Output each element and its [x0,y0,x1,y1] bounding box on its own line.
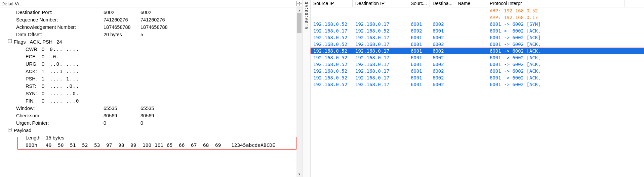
cell-source-port: 6001 [408,61,430,68]
packet-row[interactable]: 192.168.0.52192.168.0.17600160026001 -> … [311,41,644,48]
scroll-thumb[interactable] [297,13,301,33]
detail-spinner[interactable]: ▴▾ [296,1,302,6]
detail-tree[interactable]: Destination Port:60026002 Sequence Numbe… [0,7,296,177]
detail-view-title: Detail Vi... [1,1,296,6]
cell-destination-port: 6002 [430,81,455,88]
field-payload-header[interactable]: −Payload [0,127,296,134]
col-protocol-interpr[interactable]: Protocol Interpr [487,0,625,7]
packet-row[interactable]: 192.168.0.52192.168.0.17600160026001 -> … [311,81,644,88]
cell-protocol: 6001 -> 6002 [ACK, [487,41,625,48]
cell-source-port: 6001 [408,21,430,27]
packet-row[interactable]: ARP: 192.168.0.52 [311,7,644,14]
packet-row[interactable]: 192.168.0.52192.168.0.17600160026001 -> … [311,61,644,68]
cell-destination-ip: 192.168.0.17 [353,61,408,68]
field-window[interactable]: Window:6553565535 [0,105,296,112]
collapse-icon[interactable]: − [8,39,12,43]
spin-up-icon[interactable]: ▴ [297,1,302,4]
cell-source-port: 6001 [408,34,430,41]
cell-source-ip: 192.168.0.52 [311,81,353,88]
field-flags-header[interactable]: −Flags ACK, PSH 24 [0,38,296,46]
packet-row[interactable]: ARP: 192.168.0.17 [311,14,644,21]
flag-syn[interactable]: SYN:0.... ..0. [0,90,296,97]
packet-list-rows[interactable]: ARP: 192.168.0.52ARP: 192.168.0.17192.16… [311,7,644,177]
cell-destination-ip: 192.168.0.17 [353,21,408,27]
cell-source-ip: 192.168.0.52 [311,54,353,61]
cell-destination-port: 6002 [430,41,455,48]
cell-protocol: 6001 -> 6002 [ACK, [487,54,625,61]
field-checksum[interactable]: Checksum:3056930569 [0,112,296,119]
field-destination-port[interactable]: Destination Port:60026002 [0,9,296,16]
cell-source-ip: 192.168.0.52 [311,41,353,48]
timestamp-ruler: 0:00:00:00 [303,0,311,177]
cell-protocol: 6001 -> 6002 [ACK, [487,74,625,81]
cell-source-port: 6001 [408,68,430,74]
detail-view-header: Detail Vi... ▴▾ [0,0,302,7]
packet-row[interactable]: 192.168.0.52192.168.0.17600160026001 -> … [311,34,644,41]
cell-source-ip: 192.168.0.52 [311,48,353,54]
cell-destination-ip: 192.168.0.17 [353,68,408,74]
cell-source-port: 6001 [408,54,430,61]
flag-rst[interactable]: RST:0.... .0.. [0,82,296,90]
cell-destination-port: 6002 [430,34,455,41]
packet-list-header[interactable]: Source IP Destination IP Sourc... Destin… [311,0,644,7]
cell-destination-ip: 192.168.0.17 [353,48,408,54]
cell-protocol: 6001 <- 6002 [ACK, [487,27,625,34]
col-source-ip[interactable]: Source IP [311,0,353,7]
cell-protocol: ARP: 192.168.0.52 [487,7,625,14]
col-destination-port[interactable]: Destina... [430,0,455,7]
cell-source-ip: 192.168.0.17 [311,27,353,34]
col-destination-ip[interactable]: Destination IP [353,0,408,7]
flag-ack[interactable]: ACK:1...1 .... [0,68,296,75]
cell-protocol: ARP: 192.168.0.17 [487,14,625,21]
cell-destination-ip: 192.168.0.17 [353,54,408,61]
cell-protocol: 6001 -> 6002 [ACK, [487,48,625,54]
cell-destination-port: 6002 [430,74,455,81]
cell-source-port: 6001 [408,74,430,81]
cell-destination-port: 6002 [430,68,455,74]
field-payload-hex[interactable]: 000h495051525397989910010165666768691234… [0,141,296,149]
cell-source-ip: 192.168.0.52 [311,68,353,74]
flag-cwr[interactable]: CWR:00... .... [0,46,296,53]
packet-row[interactable]: 192.168.0.52192.168.0.17600160026001 -> … [311,21,644,27]
cell-source-ip: 192.168.0.52 [311,61,353,68]
cell-protocol: 6001 -> 6002 [ACK, [487,68,625,74]
cell-source-ip: 192.168.0.52 [311,34,353,41]
cell-source-ip: 192.168.0.52 [311,21,353,27]
cell-protocol: 6001 -> 6002 [ACK] [487,34,625,41]
cell-destination-port: 6002 [430,21,455,27]
cell-source-ip: 192.168.0.52 [311,74,353,81]
collapse-icon[interactable]: − [8,128,12,131]
field-payload-length[interactable]: Length 15 bytes [0,134,296,141]
timestamp-value: 0:00:00:00 [304,1,309,29]
packet-row[interactable]: 192.168.0.52192.168.0.17600160026001 -> … [311,48,644,54]
cell-source-port: 6001 [408,81,430,88]
cell-destination-port: 6001 [430,27,455,34]
flag-fin[interactable]: FIN:0.... ...0 [0,97,296,105]
cell-source-port: 6002 [408,27,430,34]
col-source-port[interactable]: Sourc... [408,0,430,7]
flag-ece[interactable]: ECE:0.0.. .... [0,53,296,60]
cell-source-port: 6001 [408,48,430,54]
flag-urg[interactable]: URG:0..0. .... [0,60,296,68]
field-ack-number[interactable]: Acknowledgement Number:18746587881874658… [0,23,296,31]
detail-scrollbar[interactable]: ▲ ▼ [296,7,302,177]
cell-destination-ip: 192.168.0.52 [353,27,408,34]
scroll-up-icon[interactable]: ▲ [296,7,302,13]
cell-destination-port: 6002 [430,54,455,61]
cell-protocol: 6001 -> 6002 [ACK, [487,81,625,88]
cell-protocol: 6001 -> 6002 [ACK, [487,61,625,68]
scroll-down-icon[interactable]: ▼ [296,171,302,177]
detail-view-pane: Detail Vi... ▴▾ Destination Port:6002600… [0,0,303,177]
field-data-offset[interactable]: Data Offset:20 bytes5 [0,31,296,38]
packet-row[interactable]: 192.168.0.52192.168.0.17600160026001 -> … [311,54,644,61]
field-sequence-number[interactable]: Sequence Number:741260276741260276 [0,16,296,23]
cell-destination-ip: 192.168.0.17 [353,81,408,88]
flag-psh[interactable]: PSH:1.... 1... [0,75,296,82]
packet-row[interactable]: 192.168.0.52192.168.0.17600160026001 -> … [311,74,644,81]
col-name[interactable]: Name [455,0,487,7]
field-urgent-pointer[interactable]: Urgent Pointer:00 [0,119,296,127]
packet-row[interactable]: 192.168.0.52192.168.0.17600160026001 -> … [311,68,644,74]
cell-destination-ip: 192.168.0.17 [353,34,408,41]
packet-row[interactable]: 192.168.0.17192.168.0.52600260016001 <- … [311,27,644,34]
spin-down-icon[interactable]: ▾ [297,4,302,6]
